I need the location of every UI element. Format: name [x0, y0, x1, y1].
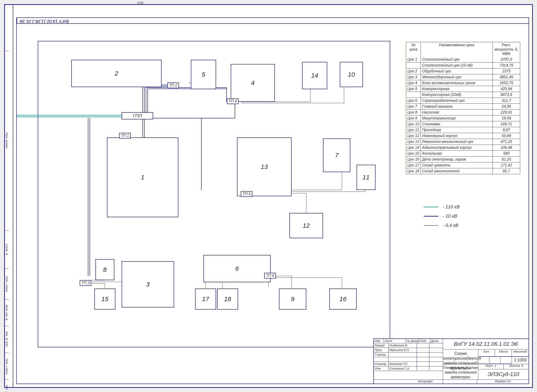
block-14: 14 — [302, 62, 327, 89]
legend-label: - 10 кВ — [443, 213, 457, 219]
block-1: 1 — [107, 137, 178, 217]
block-13: 13 — [237, 137, 292, 196]
tp-1: ТП 1 — [119, 133, 131, 139]
tp-3: ТП 3 — [80, 280, 91, 286]
table-row: Цех 5Компрессорная425,94 — [406, 86, 520, 92]
table-row: Цех 9Мазутохранилище18,56 — [406, 115, 520, 121]
side-cell: Взам. инв. № — [5, 299, 9, 326]
inner-frame: ВлГУ 14.02.11.06.1.01 Э6 — [16, 17, 529, 384]
block-7: 7 — [323, 139, 350, 172]
tp-5: ТП 5 — [241, 191, 252, 197]
table-row: Цех 8Насосная229,61 — [406, 109, 520, 115]
block-6: 6 — [204, 255, 271, 282]
table-row: Цех 15Котельная580 — [406, 150, 520, 156]
table-row: Цех 18Склад заполнителей85,7 — [406, 168, 520, 174]
block-17: 17 — [195, 289, 216, 309]
table-row: Цех 7Главный магазин24,95 — [406, 103, 520, 109]
table-row: Цех 3Механосборочный цех3851,45 — [406, 74, 520, 80]
table-row: Цех 4Блок вспомогательных цехов1653,75 — [406, 80, 520, 86]
drawing-sheet: 110 Перв. примен. Справ. № Подп. и дата … — [4, 4, 533, 388]
legend-line-10 — [424, 216, 438, 217]
table-row: Цех 17Склад цемента171,41 — [406, 162, 520, 168]
table-col3-hdr: Расч. мощность S, МВА — [493, 42, 520, 57]
block-16: 16 — [329, 289, 356, 309]
tp-4: ТП 4 — [227, 98, 239, 104]
table-row: Цех 16Депо электрокар, гараж81,25 — [406, 156, 520, 162]
table-col2-hdr: Наименование цеха — [421, 42, 493, 57]
legend-label: - 110 кВ — [443, 204, 460, 210]
block-10: 10 — [340, 62, 363, 87]
table-row: Компрессорная (10кВ)8873,8 — [406, 92, 520, 98]
table-col1-hdr: № цеха — [406, 42, 421, 57]
tp-6: ТП 6 — [264, 273, 276, 279]
block-8: 8 — [95, 259, 114, 280]
voltage-legend: - 110 кВ - 10 кВ - 0,4 кВ — [424, 201, 487, 232]
workshop-table: № цеха Наименование цеха Расч. мощность … — [406, 42, 520, 174]
block-2: 2 — [71, 60, 162, 87]
table-row: Цех 13Ремонтно-механический цех471,25 — [406, 139, 520, 145]
side-cell: Инв. № подл. — [5, 379, 9, 392]
side-cell: Справ. № — [5, 230, 9, 269]
gpp-box: ГПП — [122, 112, 153, 119]
table-row: Цех 1Сталелитейный цех2787,5 — [406, 57, 520, 62]
table-row: Цех 11Проходная8,87 — [406, 127, 520, 133]
table-row: Цех 12Инженерный корпус59,89 — [406, 133, 520, 139]
block-3: 3 — [122, 261, 174, 308]
side-cell: Перв. примен. — [5, 51, 9, 230]
legend-row: - 110 кВ — [424, 204, 487, 210]
block-4: 4 — [231, 64, 275, 102]
legend-line-110 — [424, 207, 438, 207]
block-15: 15 — [94, 289, 115, 309]
table-row: Цех 6Скрапоразделочный цех311,7 — [406, 98, 520, 103]
side-cell: Подп. и дата — [5, 269, 9, 299]
block-18: 18 — [217, 289, 238, 309]
block-9: 9 — [279, 289, 306, 309]
table-row: Цех 10Столовая169,71 — [406, 121, 520, 127]
legend-row: - 10 кВ — [424, 213, 487, 219]
side-cell — [5, 5, 6, 51]
side-cell: Подп. и дата — [5, 353, 9, 380]
legend-label: - 0,4 кВ — [443, 223, 458, 228]
page-number: 110 — [137, 1, 143, 5]
table-row: Цех 14Административный корпус106,48 — [406, 145, 520, 150]
side-cell: Инв. № дубл. — [5, 326, 9, 353]
block-11: 11 — [356, 165, 375, 190]
legend-line-04 — [424, 225, 438, 226]
side-stamp-column: Перв. примен. Справ. № Подп. и дата Взам… — [5, 5, 13, 387]
table-row: Сталелитейный цех (10 кВ)7314,75 — [406, 62, 520, 68]
legend-row: - 0,4 кВ — [424, 223, 487, 228]
block-12: 12 — [289, 213, 323, 238]
block-5: 5 — [191, 60, 216, 89]
table-row: Цех 2Обрубочный цех1575 — [406, 68, 520, 74]
tp-2: ТП 2 — [167, 83, 179, 88]
